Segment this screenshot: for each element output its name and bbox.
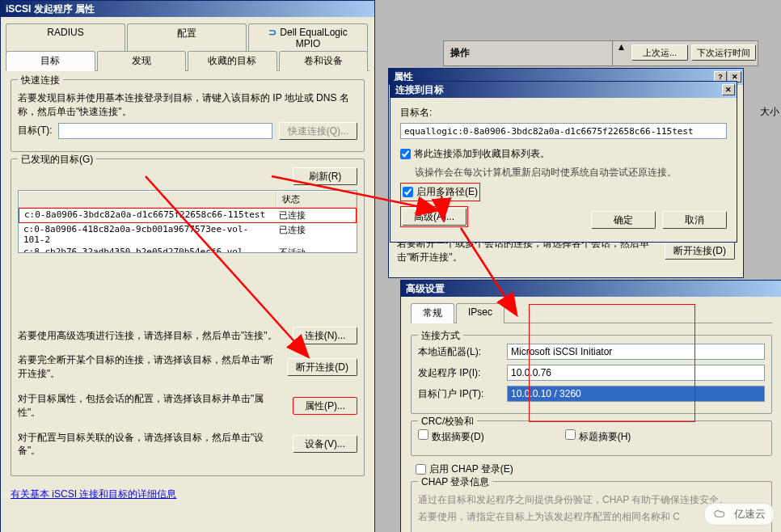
devices-help: 对于配置与目标关联的设备，请选择该目标，然后单击"设备"。 bbox=[18, 431, 283, 458]
tab-general[interactable]: 常规 bbox=[411, 303, 454, 323]
favorites-note: 该操作会在每次计算机重新启动时使系统自动尝试还原连接。 bbox=[415, 166, 727, 179]
advanced-button[interactable]: 高级(A)... bbox=[402, 208, 466, 226]
watermark: 亿速云 bbox=[704, 503, 775, 526]
iscsi-titlebar: iSCSI 发起程序 属性 bbox=[1, 1, 374, 17]
tab-discovery[interactable]: 发现 bbox=[97, 51, 187, 71]
table-row[interactable]: c:8-cb2b76-32adb4350-b2e05d270b54ecf6-vo… bbox=[19, 246, 357, 253]
target-label: 目标(T): bbox=[18, 124, 58, 137]
list-hdr-name[interactable] bbox=[19, 191, 277, 207]
chap-legend: CHAP 登录信息 bbox=[418, 475, 492, 489]
prop-disconnect-button[interactable]: 断开连接(D) bbox=[665, 242, 735, 260]
close-icon[interactable]: ✕ bbox=[722, 84, 735, 95]
initiator-ip-label: 发起程序 IP(I): bbox=[418, 366, 507, 380]
adv-titlebar: 高级设置 bbox=[401, 281, 781, 297]
refresh-button[interactable]: 刷新(R) bbox=[293, 167, 357, 185]
discovered-targets-list[interactable]: 状态 c:0-8a0906-3bdc82a0a-d1c6675f22658c66… bbox=[18, 190, 357, 253]
header-digest-checkbox[interactable] bbox=[565, 429, 576, 440]
tab-targets[interactable]: 目标 bbox=[6, 51, 95, 71]
data-digest-label: 数据摘要(D) bbox=[432, 431, 484, 442]
initiator-ip-select[interactable] bbox=[507, 365, 765, 381]
local-adapter-label: 本地适配器(L): bbox=[418, 345, 507, 359]
add-to-favorites-checkbox[interactable] bbox=[400, 149, 411, 159]
enable-chap-label: 启用 CHAP 登录(E) bbox=[429, 462, 513, 476]
more-info-link[interactable]: 有关基本 iSCSI 连接和目标的详细信息 bbox=[11, 488, 176, 500]
table-row[interactable]: c:0-8a0906-3bdc82a0a-d1c6675f22658c66-11… bbox=[19, 208, 357, 223]
properties-button[interactable]: 属性(P)... bbox=[293, 397, 357, 415]
connect-titlebar: 连接到目标 ✕ bbox=[390, 82, 737, 98]
size-label: 大小 bbox=[760, 105, 779, 119]
target-portal-label: 目标门户 IP(T): bbox=[418, 387, 507, 401]
props-help: 对于目标属性，包括会话的配置，请选择该目标并单击"属性"。 bbox=[18, 392, 283, 420]
enable-multipath-checkbox[interactable] bbox=[403, 187, 413, 197]
target-name-field[interactable] bbox=[400, 123, 727, 139]
ok-button[interactable]: 确定 bbox=[591, 211, 656, 229]
list-hdr-status[interactable]: 状态 bbox=[277, 191, 357, 207]
enable-multipath-label: 启用多路径(E) bbox=[416, 185, 478, 199]
operations-header: 操作 bbox=[444, 41, 612, 65]
tab-volumes[interactable]: 卷和设备 bbox=[279, 51, 369, 71]
quick-connect-desc: 若要发现目标并使用基本连接登录到目标，请键入该目标的 IP 地址或 DNS 名称… bbox=[18, 91, 357, 119]
quick-connect-target-input[interactable] bbox=[58, 123, 272, 139]
disconnect-button[interactable]: 断开连接(D) bbox=[287, 358, 357, 376]
last-run-col[interactable]: 上次运... bbox=[631, 44, 688, 61]
header-digest-label: 标题摘要(H) bbox=[579, 431, 631, 442]
next-run-col[interactable]: 下次运行时间 bbox=[691, 44, 756, 61]
enable-chap-checkbox[interactable] bbox=[416, 464, 426, 475]
connect-help: 若要使用高级选项进行连接，请选择目标，然后单击"连接"。 bbox=[18, 329, 283, 343]
target-portal-select[interactable]: 10.0.0.10 / 3260 bbox=[507, 386, 765, 402]
tab-ipsec[interactable]: IPsec bbox=[456, 303, 504, 323]
target-name-label: 目标名: bbox=[400, 106, 727, 120]
connect-button[interactable]: 连接(N)... bbox=[293, 327, 357, 344]
cancel-button[interactable]: 取消 bbox=[662, 211, 727, 229]
discovered-legend: 已发现的目标(G) bbox=[18, 153, 96, 167]
data-digest-checkbox[interactable] bbox=[418, 429, 428, 440]
conn-method-legend: 连接方式 bbox=[418, 329, 463, 343]
table-row[interactable]: c:0-8a0906-418c82a0a-9cb001a9677573ee-vo… bbox=[19, 223, 357, 246]
quick-connect-legend: 快速连接 bbox=[18, 74, 63, 87]
add-to-favorites-label: 将此连接添加到收藏目标列表。 bbox=[414, 147, 550, 161]
tab-config[interactable]: 配置 bbox=[127, 23, 247, 52]
tab-favorites[interactable]: 收藏的目标 bbox=[188, 51, 277, 71]
tab-radius[interactable]: RADIUS bbox=[6, 23, 125, 52]
crc-legend: CRC/校验和 bbox=[418, 415, 477, 429]
disconnect-help: 若要完全断开某个目标的连接，请选择该目标，然后单击"断开连接"。 bbox=[18, 353, 277, 381]
quick-connect-button[interactable]: 快速连接(Q)... bbox=[279, 122, 357, 140]
devices-button[interactable]: 设备(V)... bbox=[293, 435, 357, 453]
tab-dell-mpio[interactable]: ⊃Dell EqualLogic MPIO bbox=[248, 23, 368, 52]
local-adapter-select[interactable] bbox=[507, 344, 765, 360]
